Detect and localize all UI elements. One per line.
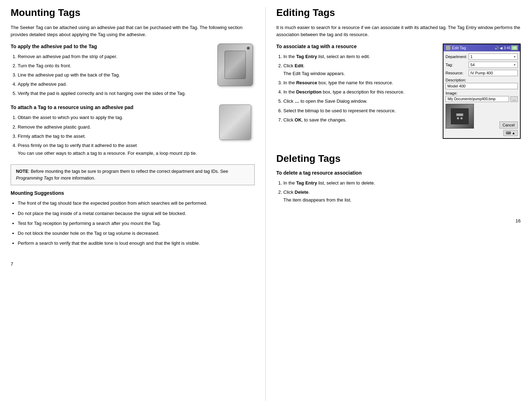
delete-step-2-sub: The item disappears from the list. (283, 197, 351, 203)
tag-field-row: Tag: 54 ▼ (446, 62, 518, 68)
editing-intro: It is much easier to search for a resour… (276, 24, 521, 38)
attach-steps-list: To attach a Tag to a resource using an a… (11, 104, 212, 158)
image-input[interactable]: \My Documents\pump400.bmp (446, 96, 509, 102)
pump-light (456, 113, 463, 116)
mounting-suggestions-section: Mounting Suggestions The front of the ta… (11, 190, 255, 247)
attach-step-4: Press firmly on the tag to verify that i… (18, 142, 212, 157)
edit-tag-body: Department: 1 ▼ Tag: 54 ▼ (443, 51, 520, 138)
titlebar-left: Edit Tag (446, 45, 466, 50)
department-dropdown-arrow: ▼ (513, 55, 516, 58)
description-input[interactable]: Model 400 (446, 83, 518, 89)
resource-value: IV Pump 400 (470, 71, 493, 75)
associate-step-4: In the Description box, type a descripti… (283, 88, 436, 96)
keyboard-button[interactable]: ⌨ ▲ (503, 130, 518, 136)
suggestions-heading: Mounting Suggestions (11, 190, 255, 196)
attach-step-1: Obtain the asset to which you want to ap… (18, 114, 212, 121)
apply-step-3: Line the adhesive pad up with the back o… (18, 71, 212, 79)
associate-step-1: In the Tag Entry list, select an item to… (283, 53, 436, 61)
delete-step-2: Click Delete. The item disappears from t… (283, 188, 521, 204)
editing-section: Editing Tags It is much easier to search… (276, 7, 521, 139)
delete-step-1: In the Tag Entry list, select an item to… (283, 179, 521, 187)
edit-tag-title: Edit Tag (452, 46, 466, 50)
cancel-btn-container: Cancel (499, 121, 518, 129)
suggestion-2: Do not place the tag inside of a metal c… (18, 210, 255, 217)
tag-image-1-container (216, 44, 255, 99)
suggestion-5: Perform a search to verify that the audi… (18, 239, 255, 247)
suggestion-3: Test for Tag reception by performing a s… (18, 220, 255, 227)
image-field-row: \My Documents\pump400.bmp ... (446, 96, 518, 102)
department-value: 1 (470, 55, 472, 59)
suggestion-4: Do not block the sounder hole on the Tag… (18, 230, 255, 237)
note-italic: Programming Tags (16, 176, 53, 181)
description-label: Description: (446, 78, 518, 82)
editing-content-row: To associate a tag with a resource In th… (276, 44, 521, 139)
image-field-stack: Image: \My Documents\pump400.bmp ... (446, 91, 518, 102)
titlebar-status: 🔊 ◀ 3:46 (494, 46, 510, 50)
associate-step-2: Click Edit. The Edit Tag window appears. (283, 62, 436, 78)
apply-adhesive-section: To apply the adhesive pad to the Tag Rem… (11, 44, 255, 99)
deleting-tags-title: Deleting Tags (276, 153, 521, 164)
department-label: Department: (446, 55, 469, 59)
attach-note: You can use other ways to attach a tag t… (18, 151, 197, 156)
deleting-section: Deleting Tags To delete a tag resource a… (276, 153, 521, 204)
tag-image-2 (219, 104, 251, 140)
department-input[interactable]: 1 ▼ (469, 53, 518, 60)
tag-input[interactable]: 54 ▼ (469, 62, 518, 68)
cancel-button[interactable]: Cancel (499, 121, 518, 129)
associate-step-3: In the Resource box, type the name for t… (283, 79, 436, 87)
delete-steps-list: In the Tag Entry list, select an item to… (283, 179, 521, 204)
associate-steps-list: In the Tag Entry list, select an item to… (283, 53, 436, 124)
tag-image-1 (217, 44, 253, 86)
apply-step-4: Apply the adhesive pad. (18, 80, 212, 88)
pump-knobs (457, 117, 463, 119)
associate-step-5: Click … to open the Save Dialog window. (283, 97, 436, 105)
image-browse-button[interactable]: ... (510, 96, 518, 102)
titlebar-controls: 🔊 ◀ 3:46 ok (494, 45, 518, 50)
left-page-number: 7 (11, 261, 255, 267)
pump-knob-1 (457, 117, 459, 119)
titlebar-ok-btn[interactable]: ok (511, 45, 518, 50)
pump-details (451, 108, 469, 124)
mounting-tags-title: Mounting Tags (11, 7, 255, 18)
titlebar-app-icon (446, 45, 451, 50)
tag-dropdown-arrow: ▼ (513, 63, 516, 67)
tag-label: Tag: (446, 63, 469, 67)
associate-steps-section: To associate a tag with a resource In th… (276, 44, 443, 125)
pump-knob-2 (460, 117, 463, 119)
resource-label: Resource: (446, 71, 469, 75)
note-box: NOTE: Before mounting the tags be sure t… (11, 164, 255, 186)
tag-value: 54 (470, 63, 475, 67)
department-field-row: Department: 1 ▼ (446, 53, 518, 60)
image-label: Image: (446, 91, 518, 95)
image-value: \My Documents\pump400.bmp (447, 97, 496, 101)
tag-image-2-container (216, 104, 255, 158)
apply-step-2: Turn the Tag onto its front. (18, 62, 212, 70)
associate-step-6: Select the bitmap to be used to represen… (283, 107, 436, 115)
note-bold: NOTE (16, 169, 28, 174)
editing-tags-title: Editing Tags (276, 7, 521, 18)
delete-heading: To delete a tag resource association (276, 170, 521, 176)
description-value: Model 400 (447, 84, 465, 88)
suggestions-list: The front of the tag should face the exp… (18, 199, 255, 247)
right-column: Editing Tags It is much easier to search… (266, 7, 521, 401)
left-column: Mounting Tags The Seeker Tag can be atta… (11, 7, 266, 401)
apply-heading: To apply the adhesive pad to the Tag (11, 44, 212, 49)
attach-step-3: Firmly attach the tag to the asset. (18, 132, 212, 140)
suggestion-1: The front of the tag should face the exp… (18, 199, 255, 207)
attach-section: To attach a Tag to a resource using an a… (11, 104, 255, 158)
attach-heading: To attach a Tag to a resource using an a… (11, 104, 212, 110)
right-page-number: 16 (276, 218, 521, 223)
pump-image (446, 104, 474, 129)
resource-input[interactable]: IV Pump 400 (469, 70, 518, 76)
mounting-intro: The Seeker Tag can be attached using an … (11, 24, 255, 38)
tag-image-inner (225, 51, 246, 79)
associate-step-2-sub: The Edit Tag window appears. (283, 71, 345, 76)
edit-tag-titlebar: Edit Tag 🔊 ◀ 3:46 ok (443, 44, 520, 51)
associate-step-7: Click OK, to save the changes. (283, 116, 436, 124)
attach-step-2: Remove the adhesive plastic guard. (18, 123, 212, 131)
edit-tag-window: Edit Tag 🔊 ◀ 3:46 ok Department: 1 (443, 44, 521, 139)
keyboard-row: ⌨ ▲ (446, 130, 518, 136)
image-preview-row: Cancel (446, 104, 518, 129)
apply-steps-list: To apply the adhesive pad to the Tag Rem… (11, 44, 212, 99)
apply-steps-ordered: Remove an adhesive pad from the strip of… (18, 53, 212, 97)
